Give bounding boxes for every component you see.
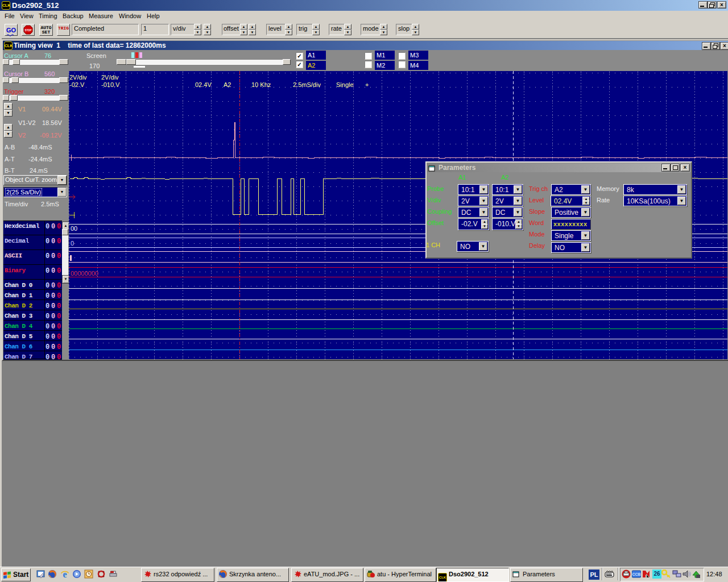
svg-text:-02.V: -02.V bbox=[69, 81, 85, 88]
svg-text:STOP: STOP bbox=[24, 29, 31, 32]
svg-text:02.4V: 02.4V bbox=[195, 81, 212, 88]
svg-text:2V/div: 2V/div bbox=[69, 74, 87, 81]
svg-text:10 Khz: 10 Khz bbox=[251, 81, 271, 88]
svg-text:00000000: 00000000 bbox=[71, 270, 98, 277]
svg-text:+: + bbox=[365, 81, 369, 88]
svg-text:e: e bbox=[63, 569, 67, 579]
svg-text:00: 00 bbox=[71, 225, 77, 232]
svg-text:Single: Single bbox=[336, 81, 354, 88]
svg-text:CCB: CCB bbox=[632, 572, 640, 576]
svg-text:-010.V: -010.V bbox=[101, 81, 120, 88]
svg-text:A2: A2 bbox=[224, 81, 231, 88]
svg-text:2V/div: 2V/div bbox=[101, 74, 119, 81]
svg-text:2.5mS/div: 2.5mS/div bbox=[293, 81, 321, 88]
svg-text:0: 0 bbox=[71, 240, 74, 247]
